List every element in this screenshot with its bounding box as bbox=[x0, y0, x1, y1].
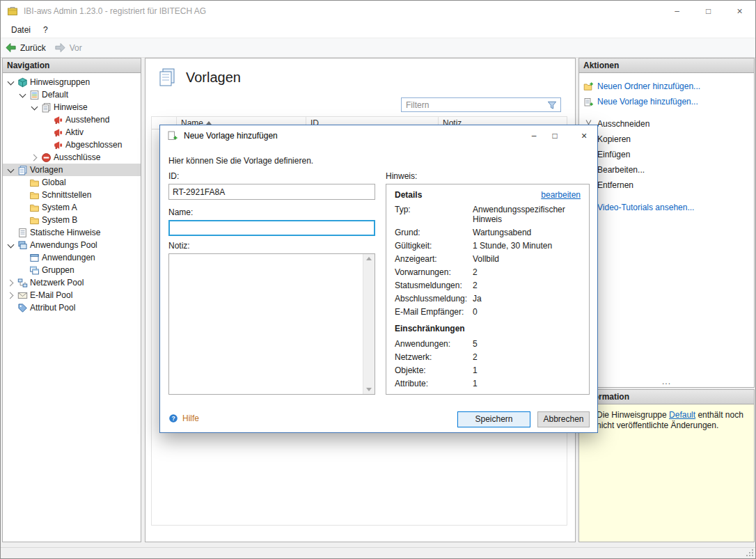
tree-label: Anwendungen bbox=[42, 253, 95, 262]
chevron-right-icon[interactable] bbox=[29, 152, 39, 162]
tree-item-system-a[interactable]: System A bbox=[3, 201, 141, 214]
cancel-button[interactable]: Abbrechen bbox=[537, 411, 590, 427]
chevron-down-icon[interactable] bbox=[6, 240, 15, 250]
resize-grip[interactable] bbox=[746, 549, 754, 557]
menu-help[interactable]: ? bbox=[37, 23, 54, 37]
tree-item-global[interactable]: Global bbox=[3, 176, 141, 189]
tree-item-schnittstellen[interactable]: Schnittstellen bbox=[3, 189, 141, 201]
tree-item-vorlagen[interactable]: Vorlagen bbox=[3, 164, 141, 176]
tree-label: System B bbox=[42, 215, 77, 225]
folder-icon bbox=[29, 190, 40, 200]
scroll-up-icon[interactable] bbox=[366, 257, 372, 260]
tree-item-system-b[interactable]: System B bbox=[3, 214, 141, 226]
dialog-minimize-button[interactable]: – bbox=[523, 125, 544, 146]
chevron-right-icon[interactable] bbox=[6, 290, 15, 300]
minimize-button[interactable]: – bbox=[661, 1, 693, 22]
save-button[interactable]: Speichern bbox=[457, 411, 530, 427]
information-text: Die Hinweisgruppe Default enthält noch n… bbox=[597, 410, 750, 431]
action-remove[interactable]: Entfernen bbox=[579, 178, 754, 193]
forward-label: Vor bbox=[70, 43, 82, 53]
tree-item-attribut-pool[interactable]: Attribut Pool bbox=[3, 301, 141, 314]
tree-label: System A bbox=[42, 203, 77, 212]
tree-item-gruppen[interactable]: Gruppen bbox=[3, 264, 141, 276]
chevron-down-icon[interactable] bbox=[6, 77, 15, 87]
help-icon: ? bbox=[168, 414, 178, 423]
dialog-close-button[interactable]: × bbox=[571, 125, 597, 146]
restriction-label: Objekte: bbox=[395, 365, 473, 375]
scroll-down-icon[interactable] bbox=[366, 388, 372, 391]
chevron-right-icon[interactable] bbox=[6, 278, 15, 288]
chevron-down-icon[interactable] bbox=[6, 165, 15, 175]
edit-hinweis-link[interactable]: bearbeiten bbox=[541, 190, 581, 200]
tree-item-email-pool[interactable]: E-Mail Pool bbox=[3, 289, 141, 301]
menu-datei[interactable]: Datei bbox=[5, 23, 37, 37]
name-input[interactable] bbox=[168, 220, 375, 236]
actions-header: Aktionen bbox=[579, 58, 754, 73]
action-copy[interactable]: Kopieren bbox=[579, 132, 754, 147]
id-label: ID: bbox=[168, 171, 179, 181]
tree-item-hinweise[interactable]: Hinweise bbox=[3, 101, 141, 113]
maximize-button[interactable]: □ bbox=[693, 1, 724, 22]
svg-text:?: ? bbox=[171, 415, 175, 422]
detail-label: Vorwarnungen: bbox=[395, 267, 473, 277]
detail-value: 2 bbox=[473, 281, 581, 290]
email-icon bbox=[17, 290, 28, 301]
folder-icon bbox=[29, 203, 40, 213]
action-new-folder[interactable]: Neuen Ordner hinzufügen... bbox=[579, 79, 754, 94]
chevron-down-icon[interactable] bbox=[17, 90, 27, 100]
tree-item-statische-hinweise[interactable]: Statische Hinweise bbox=[3, 226, 141, 239]
tree-item-ausstehend[interactable]: Ausstehend bbox=[3, 113, 141, 126]
action-label: Video-Tutorials ansehen... bbox=[597, 203, 694, 212]
window-titlebar[interactable]: IBI-aws Admin 1.23.0 - registriert für I… bbox=[1, 1, 755, 22]
tree-label: Ausstehend bbox=[65, 115, 109, 125]
tree-item-anwendungen[interactable]: Anwendungen bbox=[3, 251, 141, 264]
templates-icon bbox=[17, 165, 28, 175]
tree-item-aktiv[interactable]: Aktiv bbox=[3, 126, 141, 139]
tree-item-netzwerk-pool[interactable]: Netzwerk Pool bbox=[3, 276, 141, 289]
filter-box bbox=[401, 97, 561, 112]
detail-label: E-Mail Empfänger: bbox=[395, 307, 473, 317]
id-input[interactable] bbox=[168, 184, 375, 200]
filter-funnel-icon[interactable] bbox=[546, 100, 558, 111]
folder-icon bbox=[29, 178, 40, 188]
restriction-value: 5 bbox=[473, 339, 581, 349]
action-paste[interactable]: Einfügen bbox=[579, 147, 754, 162]
restriction-value: 2 bbox=[473, 352, 581, 362]
note-scrollbar[interactable] bbox=[363, 254, 375, 394]
actions-overflow[interactable]: ... bbox=[579, 377, 754, 386]
close-button[interactable]: × bbox=[724, 1, 755, 22]
tree-label: Statische Hinweise bbox=[30, 228, 100, 237]
toolbar: Zurück Vor bbox=[1, 38, 755, 58]
new-template-dialog: Neue Vorlage hinzufügen – □ × Hier könne… bbox=[159, 125, 598, 433]
tree-item-hinweisgruppen[interactable]: Hinweisgruppen bbox=[3, 76, 141, 88]
dialog-titlebar[interactable]: Neue Vorlage hinzufügen – □ × bbox=[160, 125, 597, 146]
new-template-dialog-icon bbox=[167, 130, 178, 141]
notices-icon bbox=[41, 102, 52, 113]
detail-label: Statusmeldungen: bbox=[395, 281, 473, 290]
default-group-link[interactable]: Default bbox=[669, 410, 695, 420]
action-label: Neuen Ordner hinzufügen... bbox=[597, 81, 700, 91]
page-title: Vorlagen bbox=[186, 70, 241, 86]
back-button[interactable]: Zurück bbox=[5, 42, 46, 54]
note-textarea[interactable] bbox=[168, 253, 375, 395]
restriction-label: Anwendungen: bbox=[395, 339, 473, 349]
tree-label: E-Mail Pool bbox=[30, 290, 72, 300]
forward-button[interactable]: Vor bbox=[54, 42, 82, 54]
tree-item-anwendungs-pool[interactable]: Anwendungs Pool bbox=[3, 239, 141, 251]
tree-item-abgeschlossen[interactable]: Abgeschlossen bbox=[3, 139, 141, 151]
notice-done-icon bbox=[53, 140, 63, 150]
tree-item-ausschluesse[interactable]: Ausschlüsse bbox=[3, 151, 141, 164]
app-pool-icon bbox=[17, 240, 28, 251]
chevron-down-icon[interactable] bbox=[29, 102, 39, 112]
tree-label: Abgeschlossen bbox=[65, 140, 122, 150]
action-cut[interactable]: Ausschneiden bbox=[579, 116, 754, 132]
filter-input[interactable] bbox=[402, 100, 546, 110]
help-link[interactable]: ? Hilfe bbox=[168, 414, 199, 423]
action-edit[interactable]: Bearbeiten... bbox=[579, 162, 754, 178]
action-new-template[interactable]: Neue Vorlage hinzufügen... bbox=[579, 94, 754, 109]
information-header: Information bbox=[579, 390, 754, 404]
restrictions-title: Einschränkungen bbox=[395, 324, 581, 333]
tree-item-default[interactable]: Default bbox=[3, 88, 141, 101]
dialog-maximize-button[interactable]: □ bbox=[544, 125, 565, 146]
action-video-tutorials[interactable]: Video-Tutorials ansehen... bbox=[579, 200, 754, 215]
